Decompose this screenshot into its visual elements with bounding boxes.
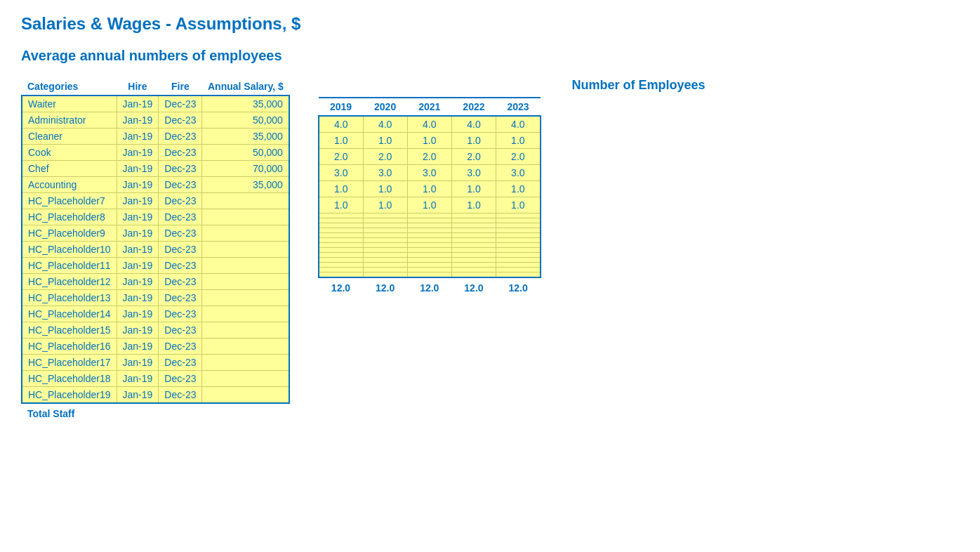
empty-cell[interactable]: [319, 223, 363, 228]
empty-cell[interactable]: [363, 228, 407, 233]
employee-count-cell[interactable]: 1.0: [407, 133, 451, 149]
employee-count-cell[interactable]: 1.0: [407, 181, 451, 197]
employee-count-cell[interactable]: 1.0: [319, 133, 363, 149]
fire-cell[interactable]: Dec-23: [159, 225, 202, 242]
category-cell[interactable]: HC_Placeholder10: [22, 242, 117, 258]
hire-cell[interactable]: Jan-19: [117, 258, 159, 274]
hire-cell[interactable]: Jan-19: [117, 145, 159, 161]
salary-cell[interactable]: 35,000: [202, 177, 289, 193]
empty-cell[interactable]: [496, 228, 541, 233]
hire-cell[interactable]: Jan-19: [117, 209, 159, 225]
hire-cell[interactable]: Jan-19: [117, 177, 159, 193]
empty-cell[interactable]: [451, 253, 496, 258]
employee-count-cell[interactable]: 3.0: [451, 165, 496, 181]
hire-cell[interactable]: Jan-19: [117, 274, 159, 290]
fire-cell[interactable]: Dec-23: [159, 242, 202, 258]
fire-cell[interactable]: Dec-23: [159, 161, 202, 177]
empty-cell[interactable]: [363, 223, 407, 228]
employee-count-cell[interactable]: 1.0: [451, 181, 496, 197]
fire-cell[interactable]: Dec-23: [159, 322, 202, 339]
employee-count-cell[interactable]: 4.0: [319, 116, 363, 133]
salary-cell[interactable]: [202, 371, 289, 387]
hire-cell[interactable]: Jan-19: [117, 225, 159, 242]
empty-cell[interactable]: [407, 253, 451, 258]
salary-cell[interactable]: [202, 209, 289, 225]
hire-cell[interactable]: Jan-19: [117, 129, 159, 145]
employee-count-cell[interactable]: 1.0: [496, 181, 541, 197]
fire-cell[interactable]: Dec-23: [159, 274, 202, 290]
employee-count-cell[interactable]: 3.0: [363, 165, 407, 181]
empty-cell[interactable]: [319, 248, 363, 253]
category-cell[interactable]: Administrator: [22, 112, 117, 129]
employee-count-cell[interactable]: 1.0: [363, 181, 407, 197]
empty-cell[interactable]: [496, 218, 541, 223]
employee-count-cell[interactable]: 1.0: [319, 181, 363, 197]
empty-cell[interactable]: [496, 258, 541, 263]
empty-cell[interactable]: [496, 263, 541, 268]
employee-count-cell[interactable]: 1.0: [496, 197, 541, 213]
empty-cell[interactable]: [319, 258, 363, 263]
empty-cell[interactable]: [363, 213, 407, 218]
empty-cell[interactable]: [407, 258, 451, 263]
salary-cell[interactable]: 50,000: [202, 112, 289, 129]
salary-cell[interactable]: 70,000: [202, 161, 289, 177]
employee-count-cell[interactable]: 4.0: [496, 116, 541, 133]
fire-cell[interactable]: Dec-23: [159, 371, 202, 387]
hire-cell[interactable]: Jan-19: [117, 306, 159, 322]
empty-cell[interactable]: [319, 263, 363, 268]
fire-cell[interactable]: Dec-23: [159, 112, 202, 129]
empty-cell[interactable]: [319, 238, 363, 243]
salary-cell[interactable]: [202, 290, 289, 306]
salary-cell[interactable]: [202, 225, 289, 242]
empty-cell[interactable]: [496, 268, 541, 272]
category-cell[interactable]: Chef: [22, 161, 117, 177]
employee-count-cell[interactable]: 3.0: [319, 165, 363, 181]
fire-cell[interactable]: Dec-23: [159, 129, 202, 145]
empty-cell[interactable]: [451, 272, 496, 278]
hire-cell[interactable]: Jan-19: [117, 96, 159, 112]
empty-cell[interactable]: [363, 253, 407, 258]
empty-cell[interactable]: [407, 263, 451, 268]
empty-cell[interactable]: [451, 243, 496, 248]
empty-cell[interactable]: [496, 253, 541, 258]
empty-cell[interactable]: [363, 268, 407, 272]
category-cell[interactable]: Cleaner: [22, 129, 117, 145]
empty-cell[interactable]: [407, 243, 451, 248]
empty-cell[interactable]: [363, 263, 407, 268]
employee-count-cell[interactable]: 1.0: [363, 133, 407, 149]
empty-cell[interactable]: [363, 218, 407, 223]
empty-cell[interactable]: [363, 238, 407, 243]
empty-cell[interactable]: [319, 233, 363, 238]
fire-cell[interactable]: Dec-23: [159, 96, 202, 112]
category-cell[interactable]: HC_Placeholder16: [22, 339, 117, 355]
empty-cell[interactable]: [496, 223, 541, 228]
empty-cell[interactable]: [496, 213, 541, 218]
empty-cell[interactable]: [319, 243, 363, 248]
empty-cell[interactable]: [496, 248, 541, 253]
empty-cell[interactable]: [407, 272, 451, 278]
fire-cell[interactable]: Dec-23: [159, 290, 202, 306]
fire-cell[interactable]: Dec-23: [159, 387, 202, 404]
empty-cell[interactable]: [451, 258, 496, 263]
category-cell[interactable]: HC_Placeholder15: [22, 322, 117, 339]
category-cell[interactable]: HC_Placeholder7: [22, 193, 117, 209]
salary-cell[interactable]: 35,000: [202, 129, 289, 145]
category-cell[interactable]: HC_Placeholder19: [22, 387, 117, 404]
employee-count-cell[interactable]: 2.0: [496, 149, 541, 165]
empty-cell[interactable]: [451, 238, 496, 243]
employee-count-cell[interactable]: 1.0: [496, 133, 541, 149]
hire-cell[interactable]: Jan-19: [117, 161, 159, 177]
salary-cell[interactable]: [202, 355, 289, 371]
empty-cell[interactable]: [451, 263, 496, 268]
salary-cell[interactable]: [202, 306, 289, 322]
empty-cell[interactable]: [319, 218, 363, 223]
hire-cell[interactable]: Jan-19: [117, 322, 159, 339]
category-cell[interactable]: HC_Placeholder13: [22, 290, 117, 306]
empty-cell[interactable]: [319, 268, 363, 272]
employee-count-cell[interactable]: 4.0: [363, 116, 407, 133]
employee-count-cell[interactable]: 2.0: [407, 149, 451, 165]
empty-cell[interactable]: [451, 248, 496, 253]
employee-count-cell[interactable]: 2.0: [319, 149, 363, 165]
hire-cell[interactable]: Jan-19: [117, 290, 159, 306]
empty-cell[interactable]: [451, 228, 496, 233]
